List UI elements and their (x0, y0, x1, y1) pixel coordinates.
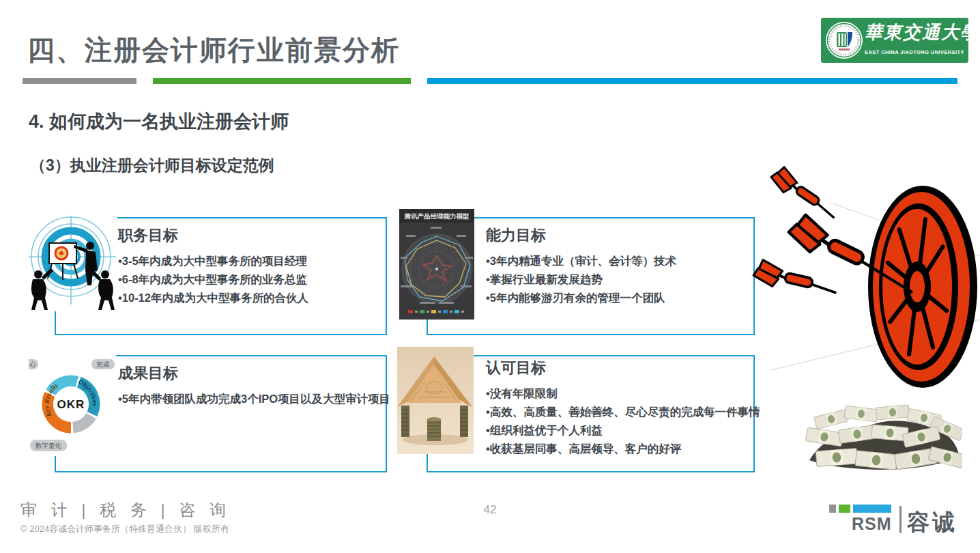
target-team-clipart (27, 214, 117, 311)
goal-content-3: 成果目标 •5年内带领团队成功完成3个IPO项目以及大型审计项目 (118, 363, 390, 408)
rsm-bar-gray-icon (829, 505, 836, 513)
rsm-logo: RSM 容诚 (826, 503, 972, 539)
slide: 四、注册会计师行业前景分析 華東交通大學 EAST CHINA JIAOTONG… (0, 0, 980, 553)
rsm-bar-blue-icon (853, 505, 891, 513)
okr-diagram: OKR Key Results Objectives 数字量化 完成 心 (29, 352, 116, 456)
university-seal-icon (825, 21, 863, 59)
rsm-wordmark: RSM (852, 514, 892, 534)
goal-bullet: •组织利益优于个人利益 (486, 421, 760, 440)
goal-title: 职务目标 (118, 225, 308, 246)
okr-center-label: OKR (57, 398, 85, 411)
section-label: （3）执业注册会计师目标设定范例 (30, 155, 274, 176)
goal-bullet: •掌握行业最新发展趋势 (486, 270, 676, 289)
goal-bullet: •6-8年内成为大中型事务所的业务总监 (118, 270, 308, 289)
radar-chart-image: 腾讯产品经理能力模型 (399, 209, 474, 320)
money-house-image (397, 347, 474, 454)
goal-content-2: 能力目标 •3年内精通专业（审计、会计等）技术 •掌握行业最新发展趋势 •5年内… (486, 225, 676, 307)
dart-icon (752, 259, 840, 301)
divider-bar-gray (23, 78, 136, 84)
divider-bar-blue (427, 78, 957, 84)
goal-bullet: •5年内带领团队成功完成3个IPO项目以及大型审计项目 (118, 390, 390, 408)
goal-title: 认可目标 (486, 358, 760, 378)
goal-title: 能力目标 (486, 225, 676, 246)
okr-pill-bottom-left: 数字量化 (35, 442, 62, 449)
rsm-divider (899, 506, 902, 533)
goal-content-4: 认可目标 •没有年限限制 •高效、高质量、善始善终、尽心尽责的完成每一件事情 •… (486, 358, 760, 458)
darts-target-illustration (751, 164, 980, 389)
footer-copyright: © 2024容诚会计师事务所（特殊普通合伙） 版权所有 (20, 523, 229, 535)
divider-bar-green (153, 78, 411, 84)
page-title: 四、注册会计师行业前景分析 (27, 31, 400, 69)
university-name-cn: 華東交通大學 (865, 20, 967, 44)
university-name-en: EAST CHINA JIAOTONG UNIVERSITY (862, 49, 967, 55)
goal-bullet: •没有年限限制 (486, 384, 760, 403)
goal-bullet: •高效、高质量、善始善终、尽心尽责的完成每一件事情 (486, 403, 760, 421)
slide-subtitle: 4. 如何成为一名执业注册会计师 (29, 109, 289, 134)
money-pile-image (804, 395, 962, 472)
goal-content-1: 职务目标 •3-5年内成为大中型事务所的项目经理 •6-8年内成为大中型事务所的… (118, 225, 308, 307)
goal-bullet: •3-5年内成为大中型事务所的项目经理 (118, 252, 308, 270)
okr-pill-top-right: 完成 (97, 360, 110, 368)
goal-bullet: •收获基层同事、高层领导、客户的好评 (486, 440, 760, 458)
okr-pill-top-left: 心 (29, 360, 36, 368)
goal-bullet: •5年内能够游刃有余的管理一个团队 (486, 289, 676, 307)
goal-bullet: •10-12年内成为大中型事务所的合伙人 (118, 289, 308, 307)
rsm-bar-green-icon (839, 505, 850, 513)
university-logo: 華東交通大學 EAST CHINA JIAOTONG UNIVERSITY (821, 18, 968, 63)
rongcheng-wordmark: 容诚 (907, 507, 957, 538)
goal-title: 成果目标 (118, 363, 390, 384)
radar-chart-title: 腾讯产品经理能力模型 (404, 212, 470, 220)
goal-bullet: •3年内精通专业（审计、会计等）技术 (486, 252, 676, 270)
